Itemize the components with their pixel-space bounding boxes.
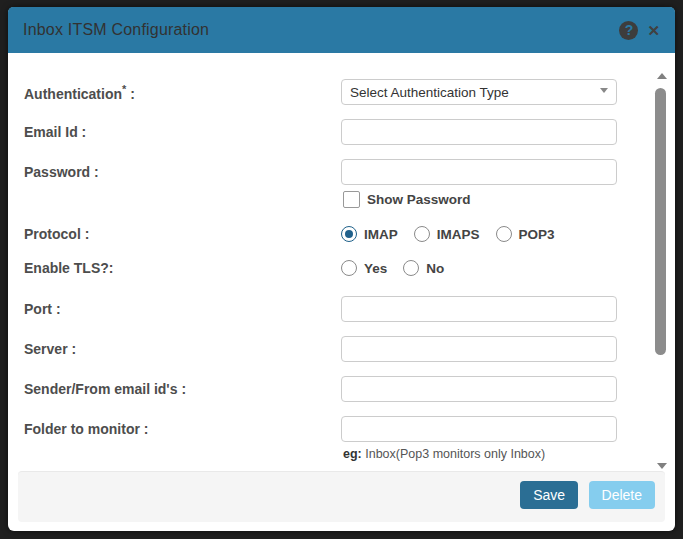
authentication-selected-value: Select Authentication Type xyxy=(350,85,509,100)
folder-hint-prefix: eg: xyxy=(343,447,362,461)
protocol-option-pop3[interactable]: POP3 xyxy=(496,226,555,242)
tls-no-label: No xyxy=(426,261,444,276)
email-label: Email Id : xyxy=(24,124,341,140)
radio-yes-icon[interactable] xyxy=(341,260,357,276)
tls-option-no[interactable]: No xyxy=(403,260,444,276)
authentication-select[interactable]: Select Authentication Type xyxy=(341,79,617,105)
scrollbar-down-arrow-icon[interactable] xyxy=(657,463,667,469)
header-actions: ? ✕ xyxy=(619,21,660,40)
tls-radio-group: Yes No xyxy=(341,260,460,276)
sender-input[interactable] xyxy=(341,376,617,402)
radio-imap-selected-icon[interactable] xyxy=(341,226,357,242)
password-input[interactable] xyxy=(341,159,617,185)
protocol-imap-label: IMAP xyxy=(364,227,398,242)
save-button[interactable]: Save xyxy=(520,481,578,509)
show-password-checkbox[interactable] xyxy=(343,191,360,208)
password-row: Password : xyxy=(24,159,625,185)
password-label: Password : xyxy=(24,164,341,180)
vertical-scrollbar[interactable] xyxy=(654,73,668,469)
tls-option-yes[interactable]: Yes xyxy=(341,260,387,276)
protocol-radio-group: IMAP IMAPS POP3 xyxy=(341,226,571,242)
tls-row: Enable TLS?: Yes No xyxy=(24,258,625,278)
folder-hint-text: Inbox(Pop3 monitors only Inbox) xyxy=(362,447,545,461)
folder-row: Folder to monitor : xyxy=(24,416,625,442)
authentication-row: Authentication* : Select Authentication … xyxy=(24,79,625,105)
radio-no-icon[interactable] xyxy=(403,260,419,276)
radio-pop3-icon[interactable] xyxy=(496,226,512,242)
tls-yes-label: Yes xyxy=(364,261,387,276)
delete-button[interactable]: Delete xyxy=(589,481,655,509)
tls-label: Enable TLS?: xyxy=(24,260,341,276)
dialog-body: Authentication* : Select Authentication … xyxy=(8,53,675,461)
help-icon[interactable]: ? xyxy=(619,21,638,40)
protocol-pop3-label: POP3 xyxy=(519,227,555,242)
folder-input[interactable] xyxy=(341,416,617,442)
authentication-label: Authentication* : xyxy=(24,83,341,102)
dialog-title: Inbox ITSM Configuration xyxy=(23,21,209,39)
server-row: Server : xyxy=(24,336,625,362)
close-icon[interactable]: ✕ xyxy=(647,23,660,38)
scrollbar-thumb[interactable] xyxy=(655,88,666,355)
radio-imaps-icon[interactable] xyxy=(414,226,430,242)
sender-row: Sender/From email id's : xyxy=(24,376,625,402)
protocol-option-imap[interactable]: IMAP xyxy=(341,226,398,242)
email-input[interactable] xyxy=(341,119,617,145)
inbox-itsm-configuration-dialog: Inbox ITSM Configuration ? ✕ Authenticat… xyxy=(8,7,675,531)
port-input[interactable] xyxy=(341,296,617,322)
server-input[interactable] xyxy=(341,336,617,362)
scrollbar-up-arrow-icon[interactable] xyxy=(657,73,667,79)
port-label: Port : xyxy=(24,301,341,317)
protocol-option-imaps[interactable]: IMAPS xyxy=(414,226,480,242)
protocol-row: Protocol : IMAP IMAPS POP3 xyxy=(24,224,625,244)
protocol-label: Protocol : xyxy=(24,226,341,242)
server-label: Server : xyxy=(24,341,341,357)
email-row: Email Id : xyxy=(24,119,625,145)
port-row: Port : xyxy=(24,296,625,322)
show-password-label: Show Password xyxy=(367,192,471,207)
show-password-row: Show Password xyxy=(343,191,625,208)
authentication-label-text: Authentication xyxy=(24,85,122,101)
chevron-down-icon xyxy=(600,88,608,93)
folder-label: Folder to monitor : xyxy=(24,421,341,437)
sender-label: Sender/From email id's : xyxy=(24,381,341,397)
protocol-imaps-label: IMAPS xyxy=(437,227,480,242)
dialog-footer: Save Delete xyxy=(18,471,665,522)
dialog-header: Inbox ITSM Configuration ? ✕ xyxy=(8,7,675,53)
authentication-label-colon: : xyxy=(126,85,135,101)
folder-hint: eg: Inbox(Pop3 monitors only Inbox) xyxy=(343,447,625,461)
